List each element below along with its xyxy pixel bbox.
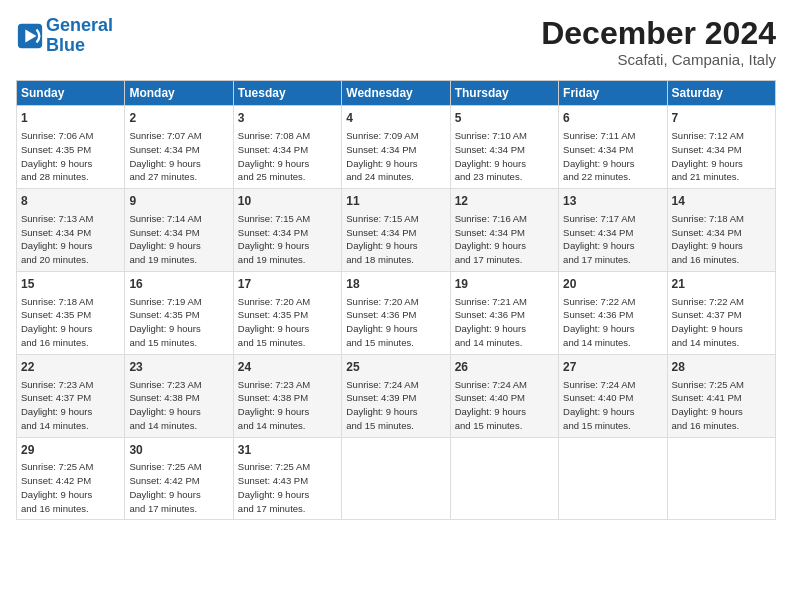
calendar-cell: 28Sunrise: 7:25 AMSunset: 4:41 PMDayligh… [667, 354, 775, 437]
day-info: Sunrise: 7:25 AMSunset: 4:42 PMDaylight:… [129, 460, 228, 515]
day-info: Sunrise: 7:20 AMSunset: 4:35 PMDaylight:… [238, 295, 337, 350]
day-number: 2 [129, 110, 228, 127]
day-info: Sunrise: 7:25 AMSunset: 4:43 PMDaylight:… [238, 460, 337, 515]
day-info: Sunrise: 7:09 AMSunset: 4:34 PMDaylight:… [346, 129, 445, 184]
weekday-header: Tuesday [233, 81, 341, 106]
day-info: Sunrise: 7:11 AMSunset: 4:34 PMDaylight:… [563, 129, 662, 184]
logo-text: General Blue [46, 16, 113, 56]
calendar-cell: 8Sunrise: 7:13 AMSunset: 4:34 PMDaylight… [17, 189, 125, 272]
day-info: Sunrise: 7:07 AMSunset: 4:34 PMDaylight:… [129, 129, 228, 184]
calendar-week-row: 1Sunrise: 7:06 AMSunset: 4:35 PMDaylight… [17, 106, 776, 189]
location: Scafati, Campania, Italy [541, 51, 776, 68]
calendar-cell: 12Sunrise: 7:16 AMSunset: 4:34 PMDayligh… [450, 189, 558, 272]
calendar-cell: 24Sunrise: 7:23 AMSunset: 4:38 PMDayligh… [233, 354, 341, 437]
day-info: Sunrise: 7:17 AMSunset: 4:34 PMDaylight:… [563, 212, 662, 267]
day-number: 8 [21, 193, 120, 210]
day-number: 16 [129, 276, 228, 293]
day-number: 17 [238, 276, 337, 293]
calendar-cell: 4Sunrise: 7:09 AMSunset: 4:34 PMDaylight… [342, 106, 450, 189]
day-info: Sunrise: 7:06 AMSunset: 4:35 PMDaylight:… [21, 129, 120, 184]
calendar-cell: 3Sunrise: 7:08 AMSunset: 4:34 PMDaylight… [233, 106, 341, 189]
calendar-cell [342, 437, 450, 520]
calendar-cell: 14Sunrise: 7:18 AMSunset: 4:34 PMDayligh… [667, 189, 775, 272]
day-number: 3 [238, 110, 337, 127]
logo-line2: Blue [46, 35, 85, 55]
day-number: 15 [21, 276, 120, 293]
calendar-cell: 30Sunrise: 7:25 AMSunset: 4:42 PMDayligh… [125, 437, 233, 520]
calendar-week-row: 22Sunrise: 7:23 AMSunset: 4:37 PMDayligh… [17, 354, 776, 437]
day-number: 4 [346, 110, 445, 127]
page-container: General Blue December 2024 Scafati, Camp… [0, 0, 792, 612]
calendar-cell: 31Sunrise: 7:25 AMSunset: 4:43 PMDayligh… [233, 437, 341, 520]
calendar-cell: 11Sunrise: 7:15 AMSunset: 4:34 PMDayligh… [342, 189, 450, 272]
day-number: 28 [672, 359, 771, 376]
day-info: Sunrise: 7:23 AMSunset: 4:37 PMDaylight:… [21, 378, 120, 433]
day-info: Sunrise: 7:24 AMSunset: 4:40 PMDaylight:… [563, 378, 662, 433]
calendar-cell: 25Sunrise: 7:24 AMSunset: 4:39 PMDayligh… [342, 354, 450, 437]
day-info: Sunrise: 7:15 AMSunset: 4:34 PMDaylight:… [346, 212, 445, 267]
day-number: 30 [129, 442, 228, 459]
day-info: Sunrise: 7:08 AMSunset: 4:34 PMDaylight:… [238, 129, 337, 184]
calendar-table: SundayMondayTuesdayWednesdayThursdayFrid… [16, 80, 776, 520]
day-number: 11 [346, 193, 445, 210]
calendar-header-row: SundayMondayTuesdayWednesdayThursdayFrid… [17, 81, 776, 106]
day-info: Sunrise: 7:22 AMSunset: 4:37 PMDaylight:… [672, 295, 771, 350]
day-info: Sunrise: 7:18 AMSunset: 4:35 PMDaylight:… [21, 295, 120, 350]
day-info: Sunrise: 7:10 AMSunset: 4:34 PMDaylight:… [455, 129, 554, 184]
day-number: 7 [672, 110, 771, 127]
calendar-cell [559, 437, 667, 520]
day-info: Sunrise: 7:20 AMSunset: 4:36 PMDaylight:… [346, 295, 445, 350]
day-info: Sunrise: 7:25 AMSunset: 4:42 PMDaylight:… [21, 460, 120, 515]
day-number: 31 [238, 442, 337, 459]
calendar-cell: 26Sunrise: 7:24 AMSunset: 4:40 PMDayligh… [450, 354, 558, 437]
day-number: 5 [455, 110, 554, 127]
day-info: Sunrise: 7:21 AMSunset: 4:36 PMDaylight:… [455, 295, 554, 350]
day-number: 14 [672, 193, 771, 210]
day-info: Sunrise: 7:14 AMSunset: 4:34 PMDaylight:… [129, 212, 228, 267]
calendar-cell: 10Sunrise: 7:15 AMSunset: 4:34 PMDayligh… [233, 189, 341, 272]
day-number: 1 [21, 110, 120, 127]
calendar-week-row: 15Sunrise: 7:18 AMSunset: 4:35 PMDayligh… [17, 271, 776, 354]
day-info: Sunrise: 7:24 AMSunset: 4:39 PMDaylight:… [346, 378, 445, 433]
day-number: 22 [21, 359, 120, 376]
day-number: 10 [238, 193, 337, 210]
calendar-cell: 21Sunrise: 7:22 AMSunset: 4:37 PMDayligh… [667, 271, 775, 354]
weekday-header: Sunday [17, 81, 125, 106]
calendar-cell: 20Sunrise: 7:22 AMSunset: 4:36 PMDayligh… [559, 271, 667, 354]
calendar-cell: 9Sunrise: 7:14 AMSunset: 4:34 PMDaylight… [125, 189, 233, 272]
weekday-header: Monday [125, 81, 233, 106]
calendar-cell: 7Sunrise: 7:12 AMSunset: 4:34 PMDaylight… [667, 106, 775, 189]
calendar-cell: 1Sunrise: 7:06 AMSunset: 4:35 PMDaylight… [17, 106, 125, 189]
day-info: Sunrise: 7:13 AMSunset: 4:34 PMDaylight:… [21, 212, 120, 267]
day-number: 26 [455, 359, 554, 376]
day-number: 6 [563, 110, 662, 127]
header: General Blue December 2024 Scafati, Camp… [16, 16, 776, 68]
logo: General Blue [16, 16, 113, 56]
day-info: Sunrise: 7:18 AMSunset: 4:34 PMDaylight:… [672, 212, 771, 267]
logo-icon [16, 22, 44, 50]
day-info: Sunrise: 7:23 AMSunset: 4:38 PMDaylight:… [129, 378, 228, 433]
calendar-cell: 27Sunrise: 7:24 AMSunset: 4:40 PMDayligh… [559, 354, 667, 437]
day-info: Sunrise: 7:19 AMSunset: 4:35 PMDaylight:… [129, 295, 228, 350]
calendar-cell: 16Sunrise: 7:19 AMSunset: 4:35 PMDayligh… [125, 271, 233, 354]
calendar-cell: 13Sunrise: 7:17 AMSunset: 4:34 PMDayligh… [559, 189, 667, 272]
day-number: 12 [455, 193, 554, 210]
weekday-header: Friday [559, 81, 667, 106]
day-info: Sunrise: 7:25 AMSunset: 4:41 PMDaylight:… [672, 378, 771, 433]
day-info: Sunrise: 7:24 AMSunset: 4:40 PMDaylight:… [455, 378, 554, 433]
calendar-cell: 2Sunrise: 7:07 AMSunset: 4:34 PMDaylight… [125, 106, 233, 189]
weekday-header: Wednesday [342, 81, 450, 106]
day-number: 25 [346, 359, 445, 376]
day-number: 9 [129, 193, 228, 210]
day-number: 23 [129, 359, 228, 376]
calendar-cell: 5Sunrise: 7:10 AMSunset: 4:34 PMDaylight… [450, 106, 558, 189]
calendar-cell: 17Sunrise: 7:20 AMSunset: 4:35 PMDayligh… [233, 271, 341, 354]
day-number: 29 [21, 442, 120, 459]
day-number: 13 [563, 193, 662, 210]
calendar-week-row: 8Sunrise: 7:13 AMSunset: 4:34 PMDaylight… [17, 189, 776, 272]
month-title: December 2024 [541, 16, 776, 51]
weekday-header: Saturday [667, 81, 775, 106]
day-number: 20 [563, 276, 662, 293]
logo-line1: General [46, 15, 113, 35]
calendar-cell [450, 437, 558, 520]
